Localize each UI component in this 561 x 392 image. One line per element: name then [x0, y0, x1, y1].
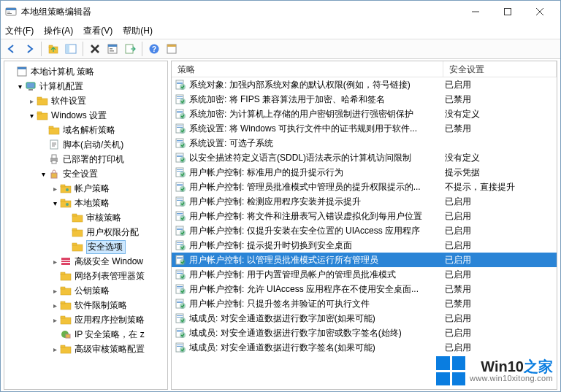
svg-rect-25: [26, 82, 35, 88]
list-row[interactable]: 用户帐户控制: 标准用户的提升提示行为提示凭据: [172, 165, 557, 180]
tree-root[interactable]: 本地计算机 策略: [4, 64, 167, 79]
show-hide-tree-button[interactable]: [63, 41, 79, 57]
svg-rect-41: [61, 201, 71, 207]
expand-icon[interactable]: ▸: [50, 258, 60, 266]
svg-rect-28: [37, 97, 42, 99]
tree-app-control[interactable]: ▸ 应用程序控制策略: [4, 312, 167, 327]
svg-rect-39: [61, 185, 65, 187]
tree-adv-firewall[interactable]: ▸ 高级安全 Window: [4, 254, 167, 269]
delete-button[interactable]: [87, 41, 103, 57]
tree-audit-policy[interactable]: 审核策略: [4, 210, 167, 225]
tree-software-restrict[interactable]: ▸ 软件限制策略: [4, 298, 167, 312]
list-row[interactable]: 用户帐户控制: 只提升签名并验证的可执行文件已禁用: [172, 296, 557, 311]
refresh-button[interactable]: [164, 41, 180, 57]
back-button[interactable]: [4, 41, 20, 57]
tree-dns-policy[interactable]: 域名解析策略: [4, 123, 167, 137]
tree-computer-config[interactable]: ▾ 计算机配置: [4, 79, 167, 93]
help-button[interactable]: ?: [146, 41, 162, 57]
tree-printers[interactable]: 已部署的打印机: [4, 152, 167, 166]
policy-name: 域成员: 对安全通道数据进行数字签名(如果可能): [189, 342, 443, 354]
policy-name: 系统对象: 加强内部系统对象的默认权限(例如，符号链接): [189, 79, 443, 91]
tree-user-rights[interactable]: 用户权限分配: [4, 225, 167, 239]
list-row[interactable]: 用户帐户控制: 提示提升时切换到安全桌面已启用: [172, 238, 557, 253]
tree-software-settings[interactable]: ▸ 软件设置: [4, 93, 167, 108]
tree-account-policy[interactable]: ▸ 帐户策略: [4, 181, 167, 196]
column-header-setting[interactable]: 安全设置: [443, 61, 557, 77]
policy-name: 用户帐户控制: 以管理员批准模式运行所有管理员: [189, 254, 443, 266]
list-row[interactable]: 域成员: 对安全通道数据进行数字加密(如果可能)已启用: [172, 311, 557, 326]
windows-logo-icon: [436, 356, 465, 385]
list-row[interactable]: 用户帐户控制: 将文件和注册表写入错误虚拟化到每用户位置已启用: [172, 209, 557, 223]
tree-scripts[interactable]: 脚本(启动/关机): [4, 137, 167, 152]
tree-windows-settings[interactable]: ▾ Windows 设置: [4, 108, 167, 123]
list-row[interactable]: 用户帐户控制: 仅提升安装在安全位置的 UIAccess 应用程序已启用: [172, 223, 557, 238]
collapse-icon[interactable]: ▾: [38, 170, 48, 178]
column-header-policy[interactable]: 策略: [172, 61, 443, 77]
list-row[interactable]: 用户帐户控制: 用于内置管理员帐户的管理员批准模式已启用: [172, 267, 557, 282]
tree-public-key[interactable]: ▸ 公钥策略: [4, 283, 167, 298]
svg-rect-99: [177, 200, 183, 201]
folder-icon: [60, 285, 72, 296]
expand-icon[interactable]: ▸: [50, 301, 60, 310]
collapse-icon[interactable]: ▾: [15, 82, 25, 91]
menu-action[interactable]: 操作(A): [44, 25, 73, 37]
maximize-button[interactable]: [492, 1, 524, 22]
svg-rect-29: [37, 113, 47, 120]
policy-item-icon: [175, 225, 186, 237]
svg-rect-58: [61, 301, 65, 304]
list-row[interactable]: 用户帐户控制: 以管理员批准模式运行所有管理员已启用: [172, 253, 557, 267]
svg-rect-51: [61, 260, 70, 261]
up-button[interactable]: [45, 41, 61, 57]
svg-rect-9: [49, 45, 53, 47]
list-row[interactable]: 系统设置: 可选子系统: [172, 136, 557, 150]
svg-rect-107: [177, 229, 183, 230]
forward-button[interactable]: [21, 41, 37, 57]
policy-item-icon: [175, 181, 186, 193]
tree-local-policy[interactable]: ▾ 本地策略: [4, 196, 167, 210]
expand-icon[interactable]: ▸: [26, 97, 37, 105]
tree-network-list[interactable]: 网络列表管理器策: [4, 269, 167, 283]
svg-rect-32: [49, 126, 53, 128]
tree-pane[interactable]: 本地计算机 策略 ▾ 计算机配置 ▸ 软件设置 ▾ Windows 设置 域名解…: [4, 61, 168, 390]
svg-rect-24: [18, 67, 26, 69]
expand-icon[interactable]: ▸: [50, 345, 60, 353]
tree-ip-security[interactable]: IP 安全策略，在 z: [4, 327, 167, 342]
toolbar: ?: [1, 39, 560, 59]
list-row[interactable]: 系统加密: 为计算机上存储的用户密钥强制进行强密钥保护没有定义: [172, 107, 557, 121]
policy-item-icon: [175, 283, 186, 295]
svg-rect-75: [177, 112, 183, 113]
tree-security-settings[interactable]: ▾ 安全设置: [4, 166, 167, 181]
properties-button[interactable]: [104, 41, 121, 57]
list-row[interactable]: 以安全描述符定义语言(SDDL)语法表示的计算机访问限制没有定义: [172, 150, 557, 165]
list-row[interactable]: 用户帐户控制: 管理员批准模式中管理员的提升权限提示的...不提示，直接提升: [172, 180, 557, 194]
menu-file[interactable]: 文件(F): [5, 25, 34, 37]
svg-rect-38: [61, 186, 71, 193]
watermark-brand-b: 之家: [524, 358, 553, 374]
minimize-button[interactable]: [459, 1, 492, 22]
close-button[interactable]: [524, 1, 556, 22]
policy-name: 用户帐户控制: 标准用户的提升提示行为: [189, 166, 443, 179]
printer-icon: [48, 153, 60, 165]
expand-icon[interactable]: ▸: [50, 185, 60, 193]
expand-icon[interactable]: ▸: [50, 287, 60, 295]
collapse-icon[interactable]: ▾: [26, 112, 37, 120]
list-row[interactable]: 系统对象: 加强内部系统对象的默认权限(例如，符号链接)已启用: [172, 77, 557, 92]
list-body[interactable]: 系统对象: 加强内部系统对象的默认权限(例如，符号链接)已启用系统加密: 将 F…: [172, 77, 557, 389]
svg-rect-49: [72, 243, 77, 245]
list-row[interactable]: 系统设置: 将 Windows 可执行文件中的证书规则用于软件...已禁用: [172, 121, 557, 136]
tree-adv-audit[interactable]: ▸ 高级审核策略配置: [4, 342, 167, 356]
menu-help[interactable]: 帮助(H): [123, 25, 153, 37]
export-button[interactable]: [122, 41, 138, 57]
list-row[interactable]: 域成员: 对安全通道数据进行数字加密或数字签名(始终)已启用: [172, 326, 557, 340]
list-row[interactable]: 系统加密: 将 FIPS 兼容算法用于加密、哈希和签名已禁用: [172, 92, 557, 107]
policy-setting: 已禁用: [443, 298, 557, 310]
menu-view[interactable]: 查看(V): [83, 25, 112, 37]
list-row[interactable]: 域成员: 对安全通道数据进行数字签名(如果可能)已启用: [172, 340, 557, 355]
tree-label: IP 安全策略，在 z: [75, 328, 145, 341]
list-row[interactable]: 用户帐户控制: 检测应用程序安装并提示提升已启用: [172, 194, 557, 209]
policy-name: 系统加密: 将 FIPS 兼容算法用于加密、哈希和签名: [189, 93, 443, 106]
tree-security-options[interactable]: 安全选项: [4, 239, 167, 254]
expand-icon[interactable]: ▸: [50, 316, 60, 324]
collapse-icon[interactable]: ▾: [50, 199, 60, 207]
list-row[interactable]: 用户帐户控制: 允许 UIAccess 应用程序在不使用安全桌面...已禁用: [172, 282, 557, 296]
